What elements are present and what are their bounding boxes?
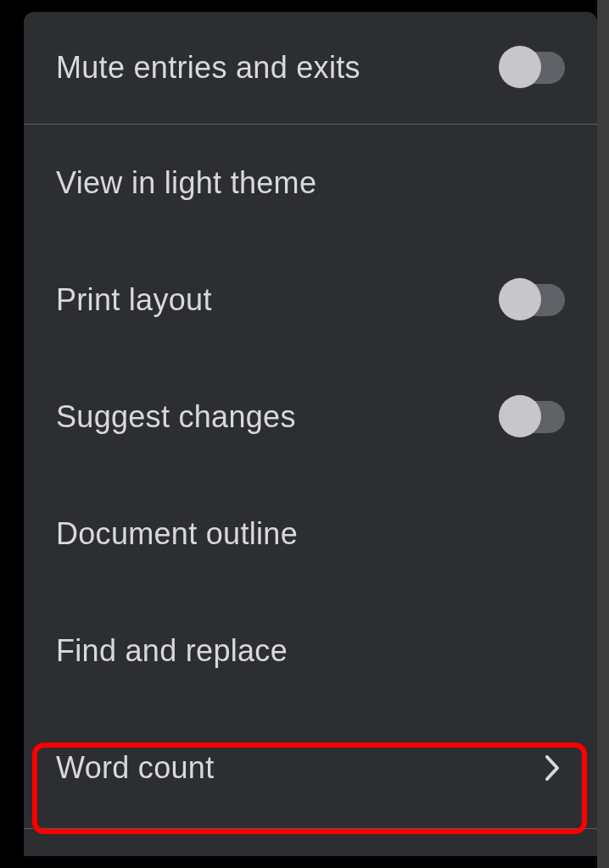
print-layout-toggle[interactable]: [500, 284, 565, 316]
chevron-right-icon: [541, 756, 565, 780]
menu-item-suggest-changes[interactable]: Suggest changes: [24, 359, 597, 476]
toggle-thumb: [499, 278, 541, 320]
menu-item-label: Print layout: [56, 282, 212, 318]
toggle-thumb: [499, 46, 541, 88]
menu-divider: [24, 828, 597, 829]
toggle-thumb: [499, 395, 541, 437]
menu-item-find-replace[interactable]: Find and replace: [24, 593, 597, 709]
suggest-changes-toggle[interactable]: [500, 401, 565, 433]
menu-item-word-count[interactable]: Word count: [24, 709, 597, 826]
scrollbar[interactable]: [597, 0, 609, 868]
mute-entries-toggle[interactable]: [500, 52, 565, 84]
menu-item-label: Document outline: [56, 516, 298, 552]
menu-item-label: Word count: [56, 750, 214, 786]
menu-item-label: Mute entries and exits: [56, 50, 360, 86]
menu-item-print-layout[interactable]: Print layout: [24, 242, 597, 359]
context-menu-panel: Mute entries and exits View in light the…: [24, 12, 597, 856]
menu-item-document-outline[interactable]: Document outline: [24, 476, 597, 593]
menu-item-label: Suggest changes: [56, 399, 296, 435]
menu-item-label: Find and replace: [56, 633, 288, 669]
menu-item-light-theme[interactable]: View in light theme: [24, 125, 597, 242]
menu-item-label: View in light theme: [56, 165, 316, 201]
menu-item-mute-entries[interactable]: Mute entries and exits: [24, 12, 597, 124]
